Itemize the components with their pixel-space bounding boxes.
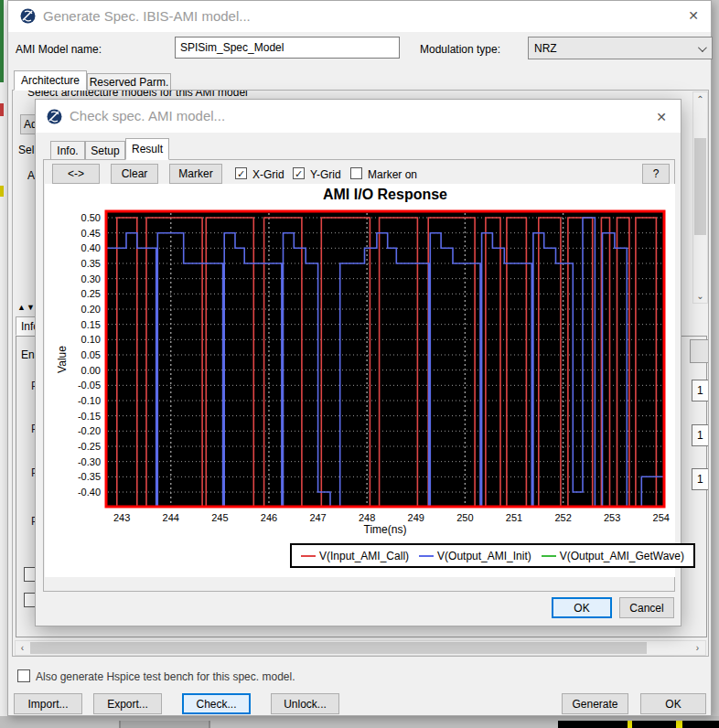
modulation-type-label: Modulation type: <box>420 43 500 56</box>
bg-green-strip <box>0 0 4 82</box>
param-value-cell-3[interactable]: 1 <box>692 468 709 490</box>
legend-item-output-ami-init: V(Output_AMI_Init) <box>419 550 531 562</box>
tab-info[interactable]: Info. <box>50 141 85 160</box>
svg-text:-0.35: -0.35 <box>78 471 101 482</box>
check-spec-dialog: Check spec. AMI model... ✕ Info. Setup R… <box>35 99 681 626</box>
svg-text:247: 247 <box>309 512 326 523</box>
a-fragment: A <box>27 169 35 182</box>
svg-text:0.15: 0.15 <box>81 319 101 330</box>
sel-fragment: Sel <box>18 144 34 156</box>
svg-text:-0.05: -0.05 <box>78 380 101 391</box>
modulation-type-select[interactable]: NRZ <box>528 37 713 59</box>
marker-on-label: Marker on <box>368 168 417 181</box>
main-close-button[interactable]: ✕ <box>681 4 705 27</box>
svg-text:0.40: 0.40 <box>81 242 101 253</box>
spisim-logo-icon <box>20 8 36 24</box>
svg-text:0.30: 0.30 <box>81 273 101 284</box>
check-close-button[interactable]: ✕ <box>649 105 673 129</box>
svg-text:251: 251 <box>506 512 522 523</box>
select-models-text: Select architecture models for this AMI … <box>27 90 248 99</box>
param-value-cell-2[interactable]: 1 <box>692 424 709 446</box>
legend-item-output-ami-getwave: V(Output_AMI_GetWave) <box>542 550 684 562</box>
import-button[interactable]: Import... <box>14 693 82 714</box>
svg-text:-0.10: -0.10 <box>78 395 101 406</box>
check-ok-button[interactable]: OK <box>552 597 612 618</box>
hspice-testbench-checkbox[interactable] <box>17 669 30 682</box>
svg-text:-0.15: -0.15 <box>78 411 101 422</box>
y-axis-label: Value <box>56 318 69 401</box>
check-cancel-button[interactable]: Cancel <box>619 597 674 618</box>
bg-yellow-mark <box>0 186 4 197</box>
hspice-testbench-label: Also generate Hspice test bench for this… <box>36 670 295 683</box>
svg-text:244: 244 <box>163 512 179 523</box>
vertical-scrollbar[interactable]: ⌃ ⌄ <box>692 91 708 304</box>
svg-text:0.10: 0.10 <box>81 334 101 345</box>
bg-waveform-app-tick2 <box>676 721 682 728</box>
xgrid-checkbox[interactable]: ✓ <box>235 167 247 179</box>
chart-title: AMI I/O Response <box>106 187 664 203</box>
main-ok-button[interactable]: OK <box>640 693 706 714</box>
scroll-down-icon[interactable]: ⌄ <box>693 289 707 303</box>
vertical-scroll-thumb[interactable] <box>694 138 706 235</box>
main-dialog-title: Generate Spec. IBIS-AMI model... <box>43 8 251 24</box>
bg-waveform-app-bar <box>558 721 719 728</box>
svg-text:0.00: 0.00 <box>81 365 101 376</box>
modulation-type-value: NRZ <box>534 42 557 55</box>
ygrid-checkbox[interactable]: ✓ <box>293 167 305 179</box>
marker-button[interactable]: Marker <box>169 164 222 184</box>
tab-result[interactable]: Result <box>125 138 169 160</box>
ygrid-label: Y-Grid <box>310 168 341 181</box>
chart-legend: V(Input_AMI_Call) V(Output_AMI_Init) V(O… <box>290 543 695 568</box>
svg-text:0.35: 0.35 <box>81 258 101 269</box>
svg-text:-0.20: -0.20 <box>78 425 101 436</box>
horizontal-scrollbar[interactable]: ‹ › <box>15 640 706 656</box>
svg-text:248: 248 <box>359 512 375 523</box>
x-axis-label: Time(ns) <box>106 523 664 536</box>
svg-text:253: 253 <box>604 512 620 523</box>
red-line-icon <box>301 555 316 557</box>
svg-text:0.05: 0.05 <box>81 349 101 360</box>
tab-architecture[interactable]: Architecture <box>14 70 87 91</box>
generate-button[interactable]: Generate <box>562 693 628 714</box>
scroll-right-icon[interactable]: › <box>691 641 704 655</box>
bg-waveform-app-tick1 <box>628 721 632 728</box>
svg-text:245: 245 <box>211 512 228 523</box>
model-name-input[interactable]: SPISim_Spec_Model <box>175 37 400 59</box>
check-button[interactable]: Check... <box>182 693 251 714</box>
tab-setup[interactable]: Setup <box>85 141 125 160</box>
svg-text:254: 254 <box>653 512 670 523</box>
zoom-nav-button[interactable]: <-> <box>52 164 100 184</box>
marker-on-checkbox[interactable] <box>350 167 362 179</box>
tab-reserved-parm[interactable]: Reserved Parm. <box>87 73 171 91</box>
svg-text:250: 250 <box>456 512 473 523</box>
check-dialog-title: Check spec. AMI model... <box>70 108 225 123</box>
scroll-left-icon[interactable]: ‹ <box>16 641 29 655</box>
spisim-logo-icon <box>47 109 62 124</box>
model-name-label: AMI Model name: <box>16 43 102 56</box>
svg-text:0.50: 0.50 <box>81 212 101 223</box>
unlock-button[interactable]: Unlock... <box>271 693 339 714</box>
green-line-icon <box>542 555 556 557</box>
waveform-plot[interactable]: 0.500.450.400.350.300.250.200.150.100.05… <box>45 184 675 577</box>
blue-line-icon <box>419 555 434 557</box>
param-value-cell-1[interactable]: 1 <box>692 380 709 401</box>
clear-button[interactable]: Clear <box>111 164 158 184</box>
help-button[interactable]: ? <box>642 164 670 184</box>
bg-red-mark <box>0 103 4 116</box>
bg-bottom-window-edges <box>119 721 210 728</box>
svg-text:243: 243 <box>113 512 130 523</box>
chart-panel: AMI I/O Response Value 0.500.450.400.350… <box>45 184 675 577</box>
svg-text:249: 249 <box>408 512 424 523</box>
check-titlebar[interactable]: Check spec. AMI model... ✕ <box>36 100 681 133</box>
scroll-up-icon[interactable]: ⌃ <box>693 92 707 106</box>
main-titlebar[interactable]: Generate Spec. IBIS-AMI model... ✕ <box>8 1 711 32</box>
svg-text:0.25: 0.25 <box>81 288 101 299</box>
chevron-down-icon <box>698 43 707 52</box>
xgrid-label: X-Grid <box>252 168 284 181</box>
horizontal-scroll-thumb[interactable] <box>30 642 647 654</box>
svg-text:-0.40: -0.40 <box>78 487 101 498</box>
export-button[interactable]: Export... <box>93 693 162 714</box>
svg-text:246: 246 <box>261 512 277 523</box>
table-header-cell <box>690 339 709 363</box>
splitter-arrows-icon[interactable]: ▲▼ <box>17 303 36 312</box>
